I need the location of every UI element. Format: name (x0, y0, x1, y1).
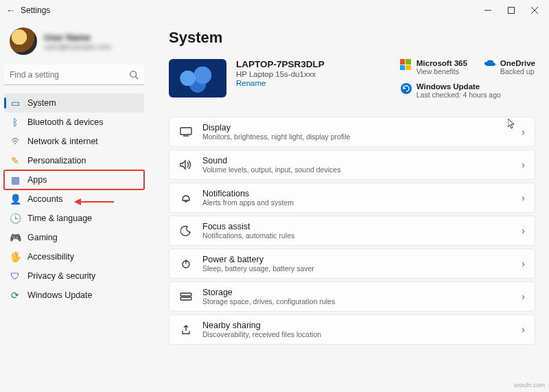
sidebar-item-label: Gaming (27, 233, 58, 242)
update-icon: ⟳ (10, 290, 21, 301)
chevron-right-icon: › (522, 159, 525, 170)
svg-rect-7 (180, 128, 191, 135)
sidebar-item-label: Bluetooth & devices (27, 117, 104, 127)
minimize-button[interactable] (476, 2, 500, 19)
microsoft-logo-icon (400, 59, 412, 71)
bell-icon (179, 191, 193, 205)
nav-menu: ▭ System ᛒ Bluetooth & devices Network &… (4, 93, 144, 305)
chevron-right-icon: › (522, 291, 525, 302)
device-name: LAPTOP-7PSR3DLP (236, 59, 325, 69)
sidebar: User Name user@example.com ▭ System ᛒ Bl… (0, 21, 148, 392)
shield-icon: 🛡 (10, 270, 21, 281)
accounts-icon: 👤 (10, 194, 21, 205)
svg-rect-12 (180, 297, 191, 300)
sidebar-item-label: Personalization (27, 156, 86, 165)
search-box[interactable] (4, 65, 144, 85)
settings-item-list: DisplayMonitors, brightness, night light… (169, 117, 535, 345)
item-display[interactable]: DisplayMonitors, brightness, night light… (169, 117, 535, 147)
sidebar-item-network[interactable]: Network & internet (4, 132, 144, 151)
search-icon (129, 70, 139, 80)
sidebar-item-label: Privacy & security (27, 271, 95, 281)
wifi-icon (10, 136, 21, 147)
sidebar-item-privacy[interactable]: 🛡 Privacy & security (4, 266, 144, 286)
card-windows-update[interactable]: Windows UpdateLast checked: 4 hours ago (400, 82, 535, 99)
item-nearby-sharing[interactable]: Nearby sharingDiscoverability, received … (169, 314, 535, 345)
sidebar-item-bluetooth[interactable]: ᛒ Bluetooth & devices (4, 113, 144, 132)
apps-icon: ▦ (10, 174, 21, 185)
item-power[interactable]: Power & batterySleep, battery usage, bat… (169, 249, 535, 279)
close-button[interactable] (523, 2, 546, 19)
sidebar-item-label: Windows Update (27, 290, 93, 300)
brush-icon: ✎ (10, 155, 21, 166)
sidebar-item-gaming[interactable]: 🎮 Gaming (4, 228, 144, 247)
svg-point-4 (130, 71, 137, 77)
chevron-right-icon: › (522, 225, 525, 236)
item-sound[interactable]: SoundVolume levels, output, input, sound… (169, 150, 535, 180)
sidebar-item-personalization[interactable]: ✎ Personalization (4, 151, 144, 170)
card-microsoft-365[interactable]: Microsoft 365View benefits (400, 59, 467, 76)
onedrive-icon (484, 59, 496, 71)
svg-rect-11 (180, 293, 191, 296)
bluetooth-icon: ᛒ (10, 117, 21, 128)
page-title: System (169, 29, 535, 47)
search-input[interactable] (10, 70, 129, 80)
sidebar-item-label: Network & internet (27, 137, 98, 146)
gaming-icon: 🎮 (10, 232, 21, 243)
sidebar-item-label: Accounts (27, 194, 62, 204)
window-title: Settings (21, 5, 50, 15)
user-email: user@example.com (44, 43, 111, 51)
sound-icon (179, 158, 193, 172)
sidebar-item-apps[interactable]: ▦ Apps (4, 170, 144, 189)
display-icon (179, 125, 193, 139)
update-sync-icon (400, 82, 412, 95)
back-button[interactable]: ← (3, 5, 19, 16)
item-storage[interactable]: StorageStorage space, drives, configurat… (169, 281, 535, 312)
svg-rect-1 (509, 8, 515, 14)
title-bar: ← Settings (0, 0, 549, 21)
svg-line-5 (136, 76, 139, 79)
user-profile[interactable]: User Name user@example.com (4, 23, 144, 65)
sidebar-item-update[interactable]: ⟳ Windows Update (4, 286, 144, 305)
item-notifications[interactable]: NotificationsAlerts from apps and system… (169, 183, 535, 213)
chevron-right-icon: › (522, 192, 525, 203)
sidebar-item-accounts[interactable]: 👤 Accounts (4, 189, 144, 209)
rename-link[interactable]: Rename (236, 79, 325, 87)
system-icon: ▭ (10, 97, 21, 108)
storage-icon (179, 290, 193, 303)
sidebar-item-accessibility[interactable]: 🖐 Accessibility (4, 247, 144, 266)
device-info-row: LAPTOP-7PSR3DLP HP Laptop 15s-du1xxx Ren… (169, 59, 535, 99)
maximize-button[interactable] (500, 2, 523, 19)
accessibility-icon: 🖐 (10, 251, 21, 262)
card-onedrive[interactable]: OneDriveBacked up (484, 59, 535, 76)
watermark: wsxdn.com (514, 382, 545, 389)
sidebar-item-label: Accessibility (27, 252, 74, 262)
main-content: System LAPTOP-7PSR3DLP HP Laptop 15s-du1… (148, 21, 549, 392)
chevron-right-icon: › (522, 258, 525, 269)
sidebar-item-time[interactable]: 🕒 Time & language (4, 209, 144, 228)
avatar (10, 27, 37, 55)
sidebar-item-label: System (27, 98, 56, 108)
svg-point-6 (401, 83, 412, 94)
device-wallpaper (169, 59, 226, 97)
share-icon (179, 323, 193, 336)
sidebar-item-label: Apps (27, 175, 47, 185)
device-model: HP Laptop 15s-du1xxx (236, 70, 325, 78)
item-focus-assist[interactable]: Focus assistNotifications, automatic rul… (169, 216, 535, 246)
sidebar-item-system[interactable]: ▭ System (4, 93, 144, 113)
power-icon (179, 257, 193, 270)
chevron-right-icon: › (522, 324, 525, 335)
sidebar-item-label: Time & language (27, 214, 92, 223)
clock-icon: 🕒 (10, 213, 21, 224)
moon-icon (179, 224, 193, 238)
user-name: User Name (44, 32, 111, 43)
chevron-right-icon: › (522, 126, 525, 137)
